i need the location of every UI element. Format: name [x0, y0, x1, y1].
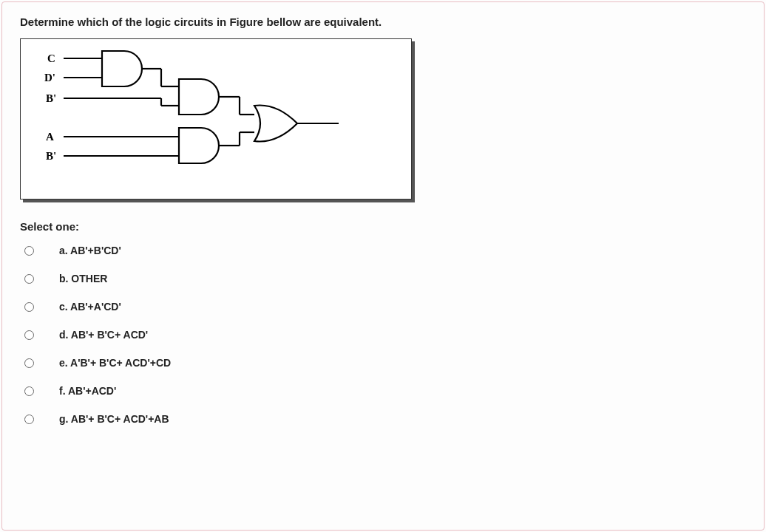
radio-button[interactable] [24, 386, 34, 396]
option-label: a. AB'+B'CD' [59, 245, 121, 256]
option-row[interactable]: a. AB'+B'CD' [20, 245, 746, 256]
circuit-svg [21, 39, 413, 200]
question-prompt: Determine which of the logic circuits in… [20, 16, 746, 28]
circuit-figure: C D' B' A B' [20, 38, 412, 200]
option-label: e. A'B'+ B'C+ ACD'+CD [59, 357, 171, 369]
option-label: d. AB'+ B'C+ ACD' [59, 329, 148, 341]
option-row[interactable]: e. A'B'+ B'C+ ACD'+CD [20, 357, 746, 369]
option-row[interactable]: f. AB'+ACD' [20, 385, 746, 397]
radio-button[interactable] [24, 246, 34, 256]
option-label: g. AB'+ B'C+ ACD'+AB [59, 413, 169, 425]
question-container: Determine which of the logic circuits in… [1, 1, 765, 531]
option-row[interactable]: g. AB'+ B'C+ ACD'+AB [20, 413, 746, 425]
radio-button[interactable] [24, 358, 34, 368]
option-row[interactable]: d. AB'+ B'C+ ACD' [20, 329, 746, 341]
option-label: b. OTHER [59, 273, 107, 284]
option-label: f. AB'+ACD' [59, 385, 116, 397]
select-one-label: Select one: [20, 220, 746, 233]
radio-button[interactable] [24, 302, 34, 312]
radio-button[interactable] [24, 274, 34, 284]
option-row[interactable]: c. AB'+A'CD' [20, 301, 746, 313]
radio-button[interactable] [24, 415, 34, 424]
option-row[interactable]: b. OTHER [20, 273, 746, 284]
option-label: c. AB'+A'CD' [59, 301, 121, 313]
radio-button[interactable] [24, 330, 34, 340]
options-list: a. AB'+B'CD' b. OTHER c. AB'+A'CD' d. AB… [20, 245, 746, 425]
